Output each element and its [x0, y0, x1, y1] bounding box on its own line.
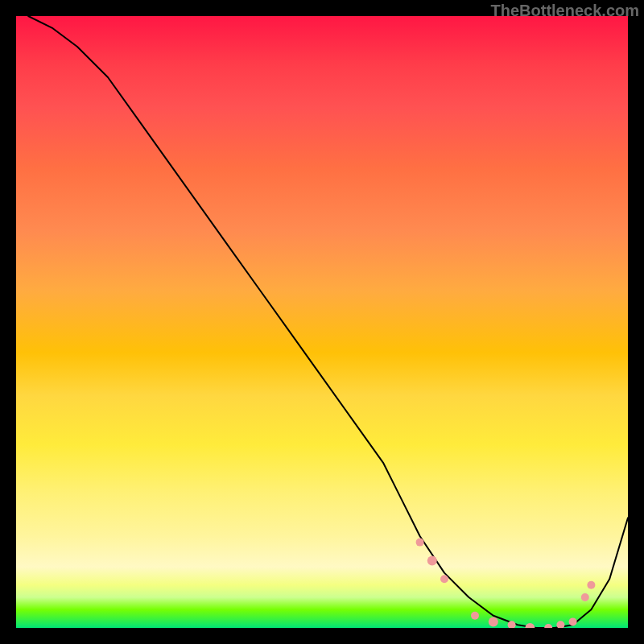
curve-group [28, 16, 628, 628]
data-marker [508, 621, 516, 628]
data-marker [581, 593, 589, 601]
data-marker [427, 555, 437, 565]
data-marker [569, 617, 577, 625]
data-marker [440, 575, 448, 583]
data-marker [525, 623, 535, 628]
chart-svg [16, 16, 628, 628]
bottleneck-curve [28, 16, 628, 628]
data-marker [471, 612, 479, 620]
chart-container: TheBottleneck.com [0, 0, 644, 644]
data-marker [556, 621, 564, 628]
plot-area [16, 16, 628, 628]
data-marker [489, 617, 498, 626]
data-marker [587, 581, 595, 589]
watermark-text: TheBottleneck.com [491, 2, 639, 20]
data-marker [416, 539, 424, 547]
marker-group [416, 539, 596, 628]
data-marker [544, 624, 552, 628]
